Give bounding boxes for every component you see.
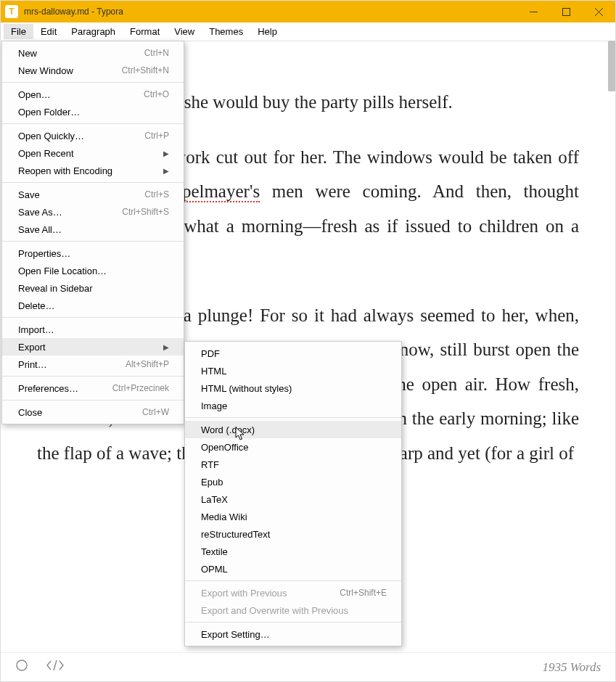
export-menu-item[interactable]: HTML (without styles): [185, 379, 401, 397]
menu-item-shortcut: Alt+Shift+P: [126, 359, 169, 369]
export-menu-item[interactable]: Media Wiki: [185, 508, 401, 525]
export-menu-item[interactable]: Epub: [185, 473, 401, 490]
minimize-icon: [530, 8, 538, 16]
menu-item-label: Export and Overwrite with Previous: [201, 605, 387, 616]
export-menu-item[interactable]: PDF: [185, 345, 401, 362]
outline-toggle-icon[interactable]: [15, 659, 28, 675]
menu-item-shortcut: Ctrl+N: [144, 48, 169, 58]
menu-item-label: Open…: [18, 89, 122, 100]
close-icon: [595, 8, 603, 16]
close-button[interactable]: [583, 1, 615, 22]
maximize-icon: [562, 8, 570, 16]
menu-item-shortcut: Ctrl+Przecinek: [112, 383, 169, 393]
menu-item-label: Word (.docx): [201, 424, 387, 435]
export-menu-item[interactable]: OPML: [185, 560, 401, 578]
file-menu-item[interactable]: Open File Location…: [2, 262, 184, 279]
mouse-cursor: [235, 427, 248, 443]
menu-item-label: RTF: [201, 459, 387, 470]
file-menu-separator: [2, 82, 184, 83]
file-menu-item[interactable]: NewCtrl+N: [2, 44, 184, 62]
file-menu-separator: [2, 123, 184, 124]
window-title: mrs-dalloway.md - Typora: [24, 7, 517, 17]
file-menu-item[interactable]: Reopen with Encoding▶: [2, 162, 184, 179]
file-menu-item[interactable]: Open Recent▶: [2, 144, 184, 162]
menu-view[interactable]: View: [167, 24, 202, 39]
export-menu-item[interactable]: Word (.docx): [185, 421, 401, 438]
menu-item-label: Close: [18, 407, 120, 418]
file-menu-item[interactable]: Open Folder…: [2, 103, 184, 120]
export-menu-item[interactable]: Export Setting…: [185, 625, 401, 643]
submenu-arrow-icon: ▶: [163, 167, 169, 175]
file-menu-item[interactable]: Properties…: [2, 245, 184, 262]
file-menu-item[interactable]: Save All…: [2, 221, 184, 238]
file-menu-item[interactable]: Open…Ctrl+O: [2, 86, 184, 103]
menu-item-label: Open Folder…: [18, 107, 169, 118]
menu-themes[interactable]: Themes: [202, 24, 250, 39]
menu-help[interactable]: Help: [250, 24, 284, 39]
file-menu-item[interactable]: Import…: [2, 321, 184, 338]
menu-item-label: Reopen with Encoding: [18, 165, 141, 176]
export-menu-item: Export with PreviousCtrl+Shift+E: [185, 584, 401, 601]
menu-edit[interactable]: Edit: [33, 24, 64, 39]
titlebar: T mrs-dalloway.md - Typora: [1, 1, 615, 22]
menu-item-label: PDF: [201, 348, 387, 359]
file-menu-separator: [2, 400, 184, 400]
menu-item-label: Save: [18, 189, 123, 200]
menu-item-label: OpenOffice: [201, 442, 387, 453]
menu-paragraph[interactable]: Paragraph: [64, 24, 123, 39]
export-menu-item[interactable]: reStructuredText: [185, 525, 401, 543]
export-menu-separator: [185, 580, 401, 581]
file-menu-separator: [2, 376, 184, 377]
menu-item-label: Textile: [201, 546, 387, 557]
menu-item-label: Preferences…: [18, 383, 91, 394]
word-count[interactable]: 1935 Words: [543, 660, 601, 675]
file-menu-separator: [2, 182, 184, 183]
menu-item-label: OPML: [201, 564, 387, 575]
menu-item-shortcut: Ctrl+S: [144, 189, 169, 200]
menu-item-label: HTML: [201, 366, 387, 377]
menu-format[interactable]: Format: [123, 24, 167, 39]
submenu-arrow-icon: ▶: [163, 343, 169, 351]
file-menu-item[interactable]: Export▶: [2, 338, 184, 356]
export-menu-item[interactable]: OpenOffice: [185, 438, 401, 456]
export-menu-item[interactable]: HTML: [185, 362, 401, 379]
submenu-arrow-icon: ▶: [163, 149, 169, 157]
export-menu-item[interactable]: RTF: [185, 456, 401, 473]
file-menu-item[interactable]: Reveal in Sidebar: [2, 279, 184, 297]
export-menu-separator: [185, 622, 401, 623]
export-submenu: PDFHTMLHTML (without styles)ImageWord (.…: [184, 341, 402, 646]
file-menu-separator: [2, 241, 184, 242]
source-code-toggle-icon[interactable]: [46, 660, 65, 675]
menu-item-label: HTML (without styles): [201, 383, 387, 394]
menu-item-label: LaTeX: [201, 494, 387, 505]
file-menu-item[interactable]: Save As…Ctrl+Shift+S: [2, 203, 184, 221]
menu-item-label: New: [18, 48, 123, 59]
menu-item-label: Open Quickly…: [18, 131, 123, 141]
app-icon: T: [5, 5, 18, 18]
file-menu-item[interactable]: New WindowCtrl+Shift+N: [2, 62, 184, 79]
file-menu-item[interactable]: Open Quickly…Ctrl+P: [2, 127, 184, 144]
maximize-button[interactable]: [550, 1, 583, 22]
menu-item-label: Import…: [18, 324, 169, 335]
export-menu-item[interactable]: Image: [185, 397, 401, 414]
file-menu-item[interactable]: Delete…: [2, 297, 184, 314]
file-menu-item[interactable]: Print…Alt+Shift+P: [2, 356, 184, 373]
file-menu-item[interactable]: SaveCtrl+S: [2, 186, 184, 203]
menu-item-label: Open Recent: [18, 148, 141, 159]
export-menu-item[interactable]: Textile: [185, 543, 401, 560]
scrollbar-thumb[interactable]: [608, 41, 615, 91]
menu-item-label: Print…: [18, 359, 104, 370]
menu-item-label: Save All…: [18, 224, 169, 235]
svg-line-5: [54, 660, 57, 670]
minimize-button[interactable]: [517, 1, 550, 22]
file-menu-item[interactable]: CloseCtrl+W: [2, 403, 184, 421]
menu-item-shortcut: Ctrl+Shift+N: [122, 65, 169, 75]
menu-file[interactable]: File: [4, 24, 33, 39]
menu-item-shortcut: Ctrl+W: [142, 407, 169, 417]
file-menu-item[interactable]: Preferences…Ctrl+Przecinek: [2, 379, 184, 397]
svg-rect-1: [563, 8, 570, 15]
export-menu-item[interactable]: LaTeX: [185, 490, 401, 508]
menu-item-shortcut: Ctrl+P: [144, 131, 169, 141]
menu-item-label: Media Wiki: [201, 512, 387, 522]
menu-item-shortcut: Ctrl+O: [144, 89, 169, 99]
